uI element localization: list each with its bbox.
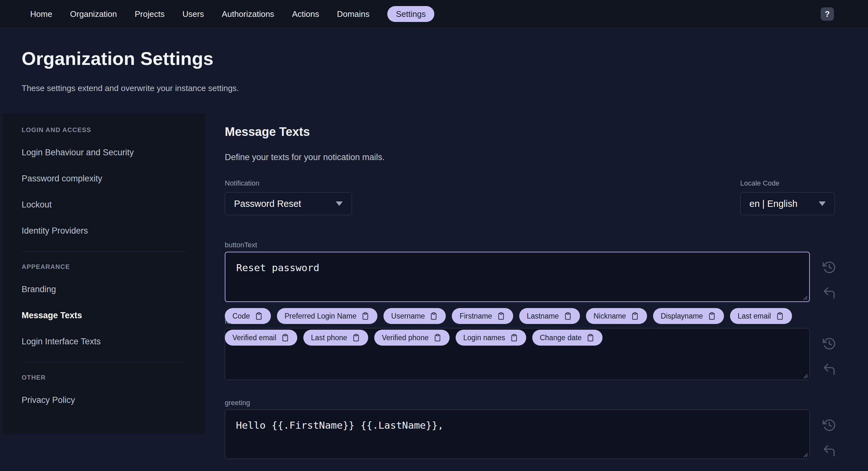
page-subtitle: These settings extend and overwrite your… bbox=[22, 83, 239, 93]
undo-icon[interactable] bbox=[822, 443, 837, 458]
chip-username[interactable]: Username bbox=[383, 308, 446, 324]
sidebar-item-message-texts[interactable]: Message Texts bbox=[22, 310, 187, 321]
undo-icon[interactable] bbox=[822, 286, 837, 300]
notification-label: Notification bbox=[225, 179, 259, 187]
chip-label: Login names bbox=[463, 333, 505, 342]
greeting-textarea[interactable] bbox=[225, 410, 809, 459]
clipboard-icon bbox=[586, 333, 595, 342]
chip-label: Username bbox=[391, 312, 425, 321]
clipboard-icon bbox=[433, 333, 442, 342]
nav-item-home[interactable]: Home bbox=[30, 6, 52, 22]
chip-label: Verified email bbox=[232, 333, 276, 342]
clipboard-icon bbox=[497, 312, 505, 321]
help-button[interactable]: ? bbox=[820, 7, 834, 21]
chip-preferred-login-name[interactable]: Preferred Login Name bbox=[277, 308, 377, 324]
chip-label: Lastname bbox=[527, 312, 559, 321]
chip-verified-email[interactable]: Verified email bbox=[225, 330, 297, 346]
locale-code-select[interactable]: en | English bbox=[740, 192, 835, 215]
undo-icon[interactable] bbox=[822, 362, 837, 377]
sidebar-item-login-interface-texts[interactable]: Login Interface Texts bbox=[22, 336, 187, 347]
chip-label: Displayname bbox=[661, 312, 703, 321]
sidebar-section-header-other: OTHER bbox=[22, 374, 187, 381]
chip-code[interactable]: Code bbox=[225, 308, 271, 324]
clipboard-icon bbox=[630, 312, 640, 321]
chip-displayname[interactable]: Displayname bbox=[653, 308, 724, 324]
sidebar-item-password-complexity[interactable]: Password complexity bbox=[22, 173, 187, 184]
chip-label: Last email bbox=[738, 312, 771, 321]
message-texts-panel: Message Texts Define your texts for your… bbox=[225, 114, 854, 471]
sidebar-divider bbox=[22, 362, 187, 362]
nav-item-settings[interactable]: Settings bbox=[387, 6, 434, 22]
section-description: Define your texts for your notication ma… bbox=[225, 152, 385, 162]
clipboard-icon bbox=[352, 333, 361, 342]
chip-label: Change date bbox=[540, 333, 582, 342]
chip-lastname[interactable]: Lastname bbox=[519, 308, 580, 324]
buttonText-label: buttonText bbox=[225, 241, 854, 249]
chip-last-phone[interactable]: Last phone bbox=[303, 330, 368, 346]
notification-select-value: Password Reset bbox=[234, 199, 301, 209]
chip-label: Nickname bbox=[594, 312, 626, 321]
field-greeting: greeting bbox=[225, 399, 854, 459]
chip-verified-phone[interactable]: Verified phone bbox=[374, 330, 450, 346]
clipboard-icon bbox=[429, 312, 438, 321]
chip-firstname[interactable]: Firstname bbox=[452, 308, 513, 324]
chip-nickname[interactable]: Nickname bbox=[586, 308, 647, 324]
sidebar-section-header-login-and-access: LOGIN AND ACCESS bbox=[22, 126, 187, 134]
sidebar-section-header-appearance: APPEARANCE bbox=[22, 263, 187, 270]
locale-code-label: Locale Code bbox=[740, 179, 780, 187]
sidebar-item-identity-providers[interactable]: Identity Providers bbox=[22, 225, 187, 236]
history-icon[interactable] bbox=[822, 260, 837, 275]
nav-item-domains[interactable]: Domains bbox=[337, 6, 370, 22]
nav-item-organization[interactable]: Organization bbox=[70, 6, 117, 22]
nav-item-users[interactable]: Users bbox=[183, 6, 204, 22]
sidebar-divider bbox=[22, 252, 187, 252]
history-icon[interactable] bbox=[822, 336, 837, 351]
buttonText-textarea[interactable] bbox=[225, 253, 809, 301]
history-icon[interactable] bbox=[822, 418, 837, 433]
locale-code-select-value: en | English bbox=[749, 199, 798, 209]
greeting-label: greeting bbox=[225, 399, 854, 407]
chip-label: Code bbox=[232, 312, 250, 321]
nav-item-actions[interactable]: Actions bbox=[292, 6, 319, 22]
section-title: Message Texts bbox=[225, 125, 310, 139]
field-buttontext: buttonText bbox=[225, 241, 854, 302]
chip-login-names[interactable]: Login names bbox=[456, 330, 526, 346]
chevron-down-icon bbox=[336, 202, 343, 206]
resize-grip-icon[interactable] bbox=[803, 452, 808, 457]
nav-item-projects[interactable]: Projects bbox=[135, 6, 165, 22]
chip-change-date[interactable]: Change date bbox=[532, 330, 603, 346]
sidebar-item-branding[interactable]: Branding bbox=[22, 284, 187, 295]
chip-label: Preferred Login Name bbox=[285, 312, 356, 321]
clipboard-icon bbox=[775, 312, 784, 321]
notification-select[interactable]: Password Reset bbox=[225, 192, 352, 215]
clipboard-icon bbox=[361, 312, 370, 321]
chip-label: Last phone bbox=[311, 333, 347, 342]
greeting-input-box bbox=[225, 410, 810, 459]
page-title: Organization Settings bbox=[22, 48, 214, 69]
clipboard-icon bbox=[281, 333, 290, 342]
clipboard-icon bbox=[254, 312, 263, 321]
clipboard-icon bbox=[510, 333, 519, 342]
resize-grip-icon[interactable] bbox=[803, 374, 808, 378]
clipboard-icon bbox=[707, 312, 716, 321]
sidebar-item-lockout[interactable]: Lockout bbox=[22, 199, 187, 210]
sidebar-item-login-behaviour-and-security[interactable]: Login Behaviour and Security bbox=[22, 147, 187, 158]
clipboard-icon bbox=[563, 312, 572, 321]
settings-sidebar: LOGIN AND ACCESSLogin Behaviour and Secu… bbox=[3, 114, 205, 434]
buttonText-input-box bbox=[225, 252, 810, 302]
chevron-down-icon bbox=[819, 202, 826, 206]
chip-label: Firstname bbox=[459, 312, 492, 321]
placeholder-chip-list: CodePreferred Login NameUsernameFirstnam… bbox=[225, 308, 803, 346]
chip-last-email[interactable]: Last email bbox=[730, 308, 792, 324]
nav-item-authorizations[interactable]: Authorizations bbox=[222, 6, 274, 22]
chip-label: Verified phone bbox=[382, 333, 429, 342]
top-navigation: HomeOrganizationProjectsUsersAuthorizati… bbox=[0, 0, 868, 28]
sidebar-item-privacy-policy[interactable]: Privacy Policy bbox=[22, 394, 187, 406]
resize-grip-icon[interactable] bbox=[803, 295, 808, 300]
